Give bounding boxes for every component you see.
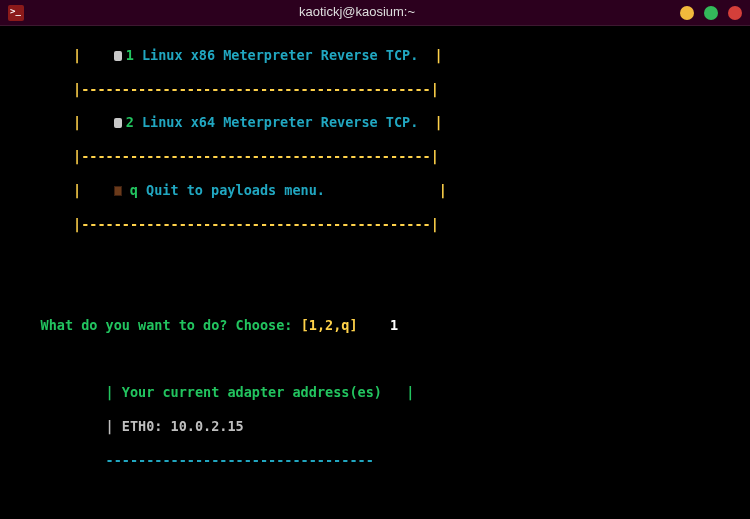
close-button[interactable] (728, 6, 742, 20)
menu-opt1-label[interactable]: Linux x86 Meterpreter Reverse TCP. (142, 47, 418, 63)
menu-separator-bottom: |---------------------------------------… (8, 216, 742, 233)
prompt-question: What do you want to do? Choose: (41, 317, 293, 333)
door-icon (114, 186, 122, 196)
minimize-button[interactable] (680, 6, 694, 20)
menu-optq-label[interactable]: Quit to payloads menu. (146, 182, 325, 198)
prompt-answer: 1 (390, 317, 398, 333)
eth0-label: ETH0: (122, 418, 163, 434)
eth0-value: 10.0.2.15 (171, 418, 244, 434)
menu-separator: |---------------------------------------… (8, 81, 742, 98)
window-titlebar: kaotickj@kaosium:~ (0, 0, 750, 26)
window-title: kaotickj@kaosium:~ (34, 4, 680, 20)
terminal-icon (8, 5, 24, 21)
window-buttons (680, 6, 742, 20)
menu-opt2-label[interactable]: Linux x64 Meterpreter Reverse TCP. (142, 114, 418, 130)
bullet-icon (114, 51, 122, 61)
adapter-dash: --------------------------------- (106, 452, 374, 468)
bullet-icon (114, 118, 122, 128)
prompt-options: [1,2,q] (301, 317, 358, 333)
menu-separator: |---------------------------------------… (8, 148, 742, 165)
maximize-button[interactable] (704, 6, 718, 20)
menu-opt2-num[interactable]: 2 (126, 114, 134, 130)
terminal-body[interactable]: | 1 Linux x86 Meterpreter Reverse TCP. |… (0, 26, 750, 519)
menu-opt1-num[interactable]: 1 (126, 47, 134, 63)
menu-optq-num[interactable]: q (130, 182, 138, 198)
adapter-header: Your current adapter address(es) (122, 384, 382, 400)
